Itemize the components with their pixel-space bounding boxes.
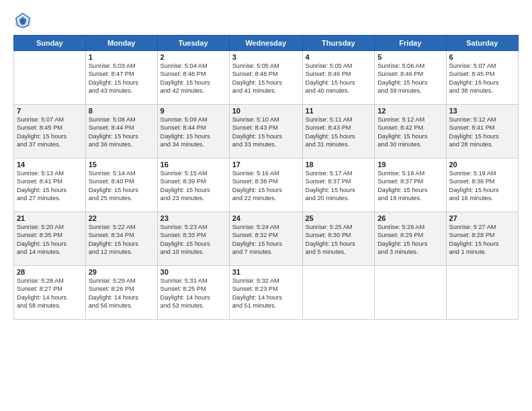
day-number: 15 xyxy=(89,161,154,169)
day-info: Sunrise: 5:22 AMSunset: 8:34 PMDaylight:… xyxy=(89,223,154,257)
day-number: 5 xyxy=(378,53,443,61)
day-info: Sunrise: 5:18 AMSunset: 8:37 PMDaylight:… xyxy=(378,169,443,203)
day-info: Sunrise: 5:26 AMSunset: 8:29 PMDaylight:… xyxy=(378,223,443,257)
day-info: Sunrise: 5:15 AMSunset: 8:39 PMDaylight:… xyxy=(161,169,226,203)
day-info: Sunrise: 5:05 AMSunset: 8:46 PMDaylight:… xyxy=(306,62,372,95)
header-cell-tuesday: Tuesday xyxy=(157,36,229,51)
day-cell: 30Sunrise: 5:31 AMSunset: 8:25 PMDayligh… xyxy=(157,266,229,320)
calendar-table: SundayMondayTuesdayWednesdayThursdayFrid… xyxy=(13,35,519,320)
day-cell: 2Sunrise: 5:04 AMSunset: 8:46 PMDaylight… xyxy=(157,51,229,105)
day-cell: 7Sunrise: 5:07 AMSunset: 8:45 PMDaylight… xyxy=(14,105,86,158)
day-number: 14 xyxy=(17,161,83,169)
day-number: 2 xyxy=(161,53,226,61)
day-cell: 19Sunrise: 5:18 AMSunset: 8:37 PMDayligh… xyxy=(375,158,446,212)
day-info: Sunrise: 5:25 AMSunset: 8:30 PMDaylight:… xyxy=(306,223,372,257)
day-info: Sunrise: 5:10 AMSunset: 8:43 PMDaylight:… xyxy=(232,116,300,149)
calendar-header: SundayMondayTuesdayWednesdayThursdayFrid… xyxy=(14,36,519,51)
day-cell: 17Sunrise: 5:16 AMSunset: 8:38 PMDayligh… xyxy=(229,158,302,212)
header-cell-wednesday: Wednesday xyxy=(229,36,302,51)
day-number: 20 xyxy=(449,161,516,169)
day-info: Sunrise: 5:27 AMSunset: 8:28 PMDaylight:… xyxy=(449,223,516,257)
day-info: Sunrise: 5:11 AMSunset: 8:43 PMDaylight:… xyxy=(306,116,372,149)
calendar-body: 1Sunrise: 5:03 AMSunset: 8:47 PMDaylight… xyxy=(14,51,519,320)
day-info: Sunrise: 5:28 AMSunset: 8:27 PMDaylight:… xyxy=(17,277,83,310)
day-number: 23 xyxy=(161,214,226,222)
day-info: Sunrise: 5:08 AMSunset: 8:44 PMDaylight:… xyxy=(89,116,154,149)
day-number: 6 xyxy=(449,53,516,61)
day-info: Sunrise: 5:13 AMSunset: 8:41 PMDaylight:… xyxy=(17,169,83,203)
header-cell-monday: Monday xyxy=(85,36,157,51)
day-cell: 3Sunrise: 5:05 AMSunset: 8:46 PMDaylight… xyxy=(229,51,302,105)
day-number: 26 xyxy=(378,214,443,222)
day-info: Sunrise: 5:04 AMSunset: 8:46 PMDaylight:… xyxy=(161,62,226,95)
day-cell: 15Sunrise: 5:14 AMSunset: 8:40 PMDayligh… xyxy=(85,158,157,212)
day-info: Sunrise: 5:06 AMSunset: 8:46 PMDaylight:… xyxy=(378,62,443,95)
day-number: 22 xyxy=(89,214,154,222)
day-cell: 25Sunrise: 5:25 AMSunset: 8:30 PMDayligh… xyxy=(302,212,375,266)
day-info: Sunrise: 5:07 AMSunset: 8:45 PMDaylight:… xyxy=(17,116,83,149)
day-info: Sunrise: 5:20 AMSunset: 8:35 PMDaylight:… xyxy=(17,223,83,257)
day-info: Sunrise: 5:16 AMSunset: 8:38 PMDaylight:… xyxy=(232,169,300,203)
day-number: 27 xyxy=(449,214,516,222)
day-info: Sunrise: 5:09 AMSunset: 8:44 PMDaylight:… xyxy=(161,116,226,149)
page: SundayMondayTuesdayWednesdayThursdayFrid… xyxy=(0,0,532,411)
day-cell: 23Sunrise: 5:23 AMSunset: 8:33 PMDayligh… xyxy=(157,212,229,266)
header-cell-thursday: Thursday xyxy=(302,36,375,51)
day-cell: 20Sunrise: 5:19 AMSunset: 8:36 PMDayligh… xyxy=(446,158,519,212)
day-cell: 22Sunrise: 5:22 AMSunset: 8:34 PMDayligh… xyxy=(85,212,157,266)
day-number: 8 xyxy=(89,107,154,115)
week-row-2: 7Sunrise: 5:07 AMSunset: 8:45 PMDaylight… xyxy=(14,105,519,158)
day-cell: 18Sunrise: 5:17 AMSunset: 8:37 PMDayligh… xyxy=(302,158,375,212)
day-cell: 12Sunrise: 5:12 AMSunset: 8:42 PMDayligh… xyxy=(375,105,446,158)
day-cell: 31Sunrise: 5:32 AMSunset: 8:23 PMDayligh… xyxy=(229,266,302,320)
week-row-3: 14Sunrise: 5:13 AMSunset: 8:41 PMDayligh… xyxy=(14,158,519,212)
day-number: 28 xyxy=(17,268,83,276)
day-info: Sunrise: 5:19 AMSunset: 8:36 PMDaylight:… xyxy=(449,169,516,203)
day-cell: 21Sunrise: 5:20 AMSunset: 8:35 PMDayligh… xyxy=(14,212,86,266)
day-number: 13 xyxy=(449,107,516,115)
header-cell-friday: Friday xyxy=(375,36,446,51)
day-cell: 4Sunrise: 5:05 AMSunset: 8:46 PMDaylight… xyxy=(302,51,375,105)
day-number: 3 xyxy=(232,53,300,61)
day-cell xyxy=(446,266,519,320)
day-number: 18 xyxy=(306,161,372,169)
day-number: 30 xyxy=(161,268,226,276)
day-cell: 10Sunrise: 5:10 AMSunset: 8:43 PMDayligh… xyxy=(229,105,302,158)
day-info: Sunrise: 5:07 AMSunset: 8:45 PMDaylight:… xyxy=(449,62,516,95)
day-info: Sunrise: 5:17 AMSunset: 8:37 PMDaylight:… xyxy=(306,169,372,203)
day-number: 31 xyxy=(232,268,300,276)
day-number: 19 xyxy=(378,161,443,169)
day-info: Sunrise: 5:29 AMSunset: 8:26 PMDaylight:… xyxy=(89,277,154,310)
week-row-1: 1Sunrise: 5:03 AMSunset: 8:47 PMDaylight… xyxy=(14,51,519,105)
logo xyxy=(13,11,35,30)
day-cell: 27Sunrise: 5:27 AMSunset: 8:28 PMDayligh… xyxy=(446,212,519,266)
day-info: Sunrise: 5:03 AMSunset: 8:47 PMDaylight:… xyxy=(89,62,154,95)
logo-icon xyxy=(13,11,32,30)
day-cell xyxy=(14,51,86,105)
day-number: 4 xyxy=(306,53,372,61)
day-number: 7 xyxy=(17,107,83,115)
day-info: Sunrise: 5:32 AMSunset: 8:23 PMDaylight:… xyxy=(232,277,300,310)
day-number: 24 xyxy=(232,214,300,222)
day-cell: 5Sunrise: 5:06 AMSunset: 8:46 PMDaylight… xyxy=(375,51,446,105)
day-cell: 9Sunrise: 5:09 AMSunset: 8:44 PMDaylight… xyxy=(157,105,229,158)
day-number: 10 xyxy=(232,107,300,115)
day-cell xyxy=(302,266,375,320)
day-number: 21 xyxy=(17,214,83,222)
header-row: SundayMondayTuesdayWednesdayThursdayFrid… xyxy=(14,36,519,51)
day-number: 29 xyxy=(89,268,154,276)
day-cell xyxy=(375,266,446,320)
day-cell: 28Sunrise: 5:28 AMSunset: 8:27 PMDayligh… xyxy=(14,266,86,320)
week-row-4: 21Sunrise: 5:20 AMSunset: 8:35 PMDayligh… xyxy=(14,212,519,266)
day-info: Sunrise: 5:14 AMSunset: 8:40 PMDaylight:… xyxy=(89,169,154,203)
day-number: 1 xyxy=(89,53,154,61)
day-number: 9 xyxy=(161,107,226,115)
day-cell: 13Sunrise: 5:12 AMSunset: 8:41 PMDayligh… xyxy=(446,105,519,158)
header-cell-saturday: Saturday xyxy=(446,36,519,51)
day-cell: 29Sunrise: 5:29 AMSunset: 8:26 PMDayligh… xyxy=(85,266,157,320)
day-number: 25 xyxy=(306,214,372,222)
day-info: Sunrise: 5:12 AMSunset: 8:42 PMDaylight:… xyxy=(378,116,443,149)
day-number: 16 xyxy=(161,161,226,169)
day-cell: 14Sunrise: 5:13 AMSunset: 8:41 PMDayligh… xyxy=(14,158,86,212)
day-cell: 6Sunrise: 5:07 AMSunset: 8:45 PMDaylight… xyxy=(446,51,519,105)
